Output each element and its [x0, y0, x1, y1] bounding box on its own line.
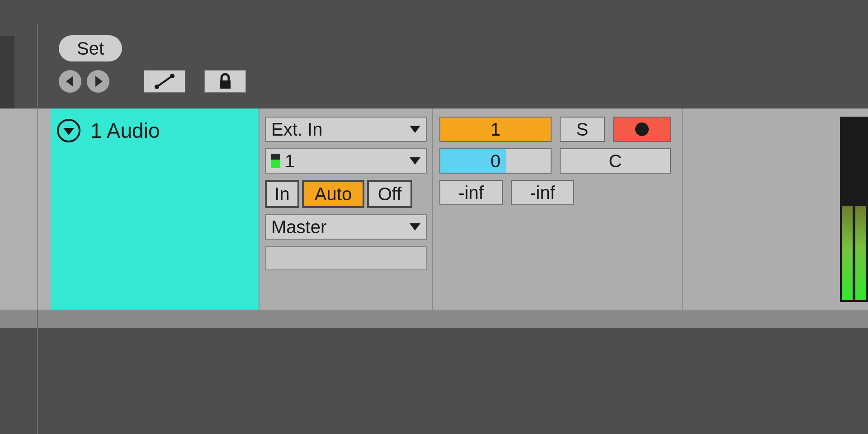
- chevron-down-icon: [410, 126, 420, 133]
- monitor-toggle-group: In Auto Off: [265, 180, 427, 208]
- separator-strip: [0, 310, 868, 328]
- monitor-off-button[interactable]: Off: [367, 180, 412, 208]
- dropdown-label: Ext. In: [271, 119, 322, 140]
- meter-bar-left: [842, 118, 853, 300]
- audio-from-channel-dropdown[interactable]: 1: [265, 148, 427, 174]
- track-header[interactable]: 1 Audio: [51, 108, 259, 310]
- lock-envelopes-button[interactable]: [204, 70, 246, 93]
- chevron-down-icon: [410, 157, 420, 165]
- collapsed-browser-toggle[interactable]: [0, 36, 14, 108]
- record-arm-button[interactable]: [613, 117, 671, 142]
- io-section: Ext. In 1 In Auto Off Master: [259, 108, 432, 310]
- header-area: Set: [0, 0, 868, 108]
- mixer-row-1: 1 S: [439, 117, 675, 142]
- channel-meter-icon: [271, 154, 280, 168]
- level-meter: [840, 117, 868, 302]
- lower-area: [0, 328, 868, 434]
- dropdown-label: 1: [271, 151, 295, 171]
- left-gutter: [0, 108, 51, 310]
- chevron-down-icon: [410, 223, 420, 231]
- svg-line-2: [157, 76, 172, 87]
- send-b-knob[interactable]: -inf: [511, 180, 574, 205]
- divider: [37, 24, 38, 109]
- dropdown-label: Master: [271, 217, 326, 237]
- send-a-knob[interactable]: -inf: [439, 180, 503, 205]
- nav-back-button[interactable]: [59, 70, 81, 93]
- track-strip: 1 Audio Ext. In 1 In Auto Off Master 1: [0, 108, 868, 310]
- audio-from-type-dropdown[interactable]: Ext. In: [265, 117, 427, 142]
- audio-to-channel-dropdown[interactable]: [265, 246, 427, 270]
- automation-mode-button[interactable]: [144, 70, 185, 93]
- monitor-in-button[interactable]: In: [265, 180, 299, 208]
- solo-button[interactable]: S: [560, 117, 605, 142]
- audio-to-dropdown[interactable]: Master: [265, 214, 427, 240]
- set-label: Set: [77, 38, 104, 59]
- lock-icon: [213, 72, 237, 90]
- crossfade-assign[interactable]: C: [560, 148, 671, 174]
- nav-forward-button[interactable]: [87, 70, 109, 93]
- set-pill[interactable]: Set: [59, 35, 122, 61]
- automation-icon: [152, 72, 177, 90]
- mixer-section: 1 S 0 C -inf -inf: [432, 108, 682, 310]
- svg-rect-3: [220, 80, 231, 89]
- track-activator-button[interactable]: 1: [439, 117, 552, 142]
- meter-bar-right: [855, 118, 866, 300]
- channel-number: 1: [285, 151, 295, 171]
- track-fold-button[interactable]: [57, 119, 80, 142]
- toolbar-row: [59, 70, 246, 93]
- mixer-row-3: -inf -inf: [439, 180, 675, 205]
- monitor-auto-button[interactable]: Auto: [302, 180, 364, 208]
- meter-section: [682, 108, 868, 310]
- track-title-row: 1 Audio: [57, 118, 160, 143]
- mixer-row-2: 0 C: [439, 148, 675, 174]
- divider: [37, 310, 38, 434]
- divider: [37, 108, 38, 310]
- track-name[interactable]: 1 Audio: [90, 118, 160, 143]
- pan-control[interactable]: 0: [439, 148, 552, 174]
